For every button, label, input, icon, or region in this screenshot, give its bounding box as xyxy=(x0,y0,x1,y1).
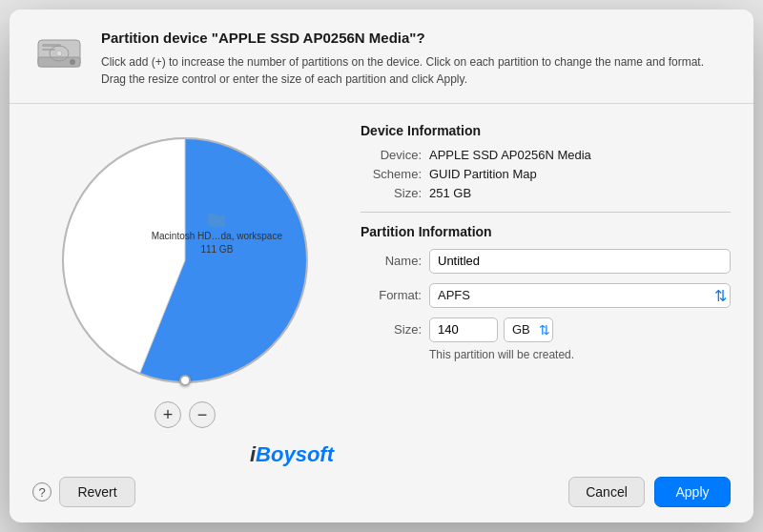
footer: ? Revert Cancel Apply xyxy=(10,465,753,522)
partition-info-title: Partition Information xyxy=(361,224,731,239)
format-form-row: Format: APFS Mac OS Extended (Journaled)… xyxy=(361,283,731,308)
left-panel: Untitled 140 GB Macintosh HD…da, workspa… xyxy=(32,119,338,466)
pie-chart xyxy=(52,127,319,394)
partition-note: This partition will be created. xyxy=(429,348,731,361)
name-input[interactable] xyxy=(429,249,731,274)
remove-partition-button[interactable]: − xyxy=(189,401,216,428)
format-form-label: Format: xyxy=(361,288,422,302)
size-row: Size: 251 GB xyxy=(361,186,731,200)
svg-point-2 xyxy=(70,59,75,65)
help-button[interactable]: ? xyxy=(32,482,52,501)
dialog-description: Click add (+) to increase the number of … xyxy=(101,53,731,88)
scheme-label: Scheme: xyxy=(361,167,422,181)
size-info-value: 251 GB xyxy=(429,186,471,200)
apply-button[interactable]: Apply xyxy=(654,477,731,507)
revert-button[interactable]: Revert xyxy=(59,477,135,507)
divider xyxy=(361,212,731,213)
partition-dialog: Partition device "APPLE SSD AP0256N Medi… xyxy=(10,10,753,522)
size-input[interactable] xyxy=(429,317,498,342)
size-unit-wrapper: GB MB TB ⇅ xyxy=(504,317,553,342)
name-form-row: Name: xyxy=(361,249,731,274)
scheme-value: GUID Partition Map xyxy=(429,167,537,181)
size-form-label: Size: xyxy=(361,322,422,337)
cancel-button[interactable]: Cancel xyxy=(568,477,645,507)
add-partition-button[interactable]: + xyxy=(155,401,181,428)
device-info-title: Device Information xyxy=(361,123,731,138)
footer-left: ? Revert xyxy=(32,477,135,507)
header-text: Partition device "APPLE SSD AP0256N Medi… xyxy=(101,29,731,88)
right-panel: Device Information Device: APPLE SSD AP0… xyxy=(361,119,731,466)
name-form-label: Name: xyxy=(361,254,422,268)
dialog-title: Partition device "APPLE SSD AP0256N Medi… xyxy=(101,29,731,48)
main-content: Untitled 140 GB Macintosh HD…da, workspa… xyxy=(10,104,753,466)
size-unit-select[interactable]: GB MB TB xyxy=(504,317,553,342)
drag-handle[interactable] xyxy=(179,375,191,386)
pie-chart-container: Untitled 140 GB Macintosh HD…da, workspa… xyxy=(52,127,319,394)
svg-rect-4 xyxy=(42,49,55,51)
footer-right: Cancel Apply xyxy=(568,477,731,507)
size-info-label: Size: xyxy=(361,186,422,200)
format-select[interactable]: APFS Mac OS Extended (Journaled) Mac OS … xyxy=(429,283,731,308)
dialog-header: Partition device "APPLE SSD AP0256N Medi… xyxy=(10,10,753,104)
size-form-row: Size: GB MB TB ⇅ xyxy=(361,317,731,342)
iboysoft-rest: Boysoft xyxy=(256,442,334,466)
device-row: Device: APPLE SSD AP0256N Media xyxy=(361,148,731,162)
scheme-row: Scheme: GUID Partition Map xyxy=(361,167,731,181)
device-label: Device: xyxy=(361,148,422,162)
device-value: APPLE SSD AP0256N Media xyxy=(429,148,591,162)
format-select-wrapper: APFS Mac OS Extended (Journaled) Mac OS … xyxy=(429,283,731,308)
partition-controls: + − xyxy=(151,401,219,428)
drive-icon xyxy=(32,29,86,82)
svg-point-6 xyxy=(56,51,62,56)
svg-rect-3 xyxy=(42,44,61,47)
